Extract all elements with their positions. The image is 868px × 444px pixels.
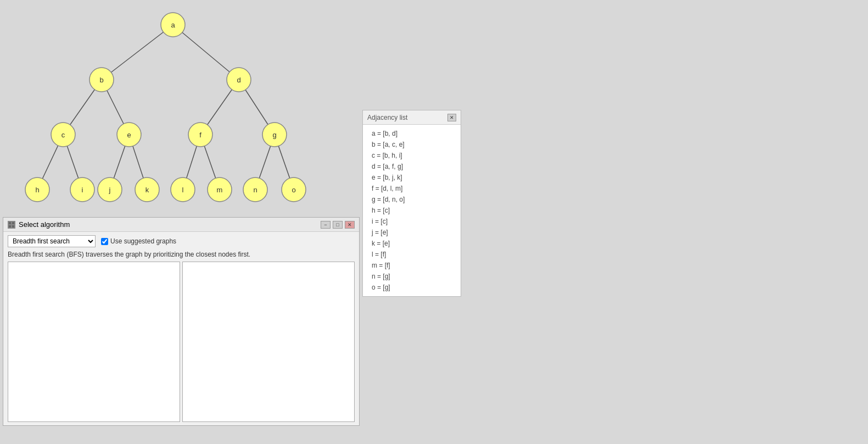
edge-a-b — [102, 25, 173, 80]
algorithm-dialog-title: Select algorithm — [19, 220, 70, 229]
tree-node-o[interactable]: o — [282, 177, 306, 202]
tree-node-j[interactable]: j — [98, 177, 122, 202]
algorithm-dropdown[interactable]: Breadth first searchDepth first searchDi… — [8, 235, 96, 247]
svg-text:m: m — [217, 186, 223, 194]
adjacency-close-button[interactable]: ✕ — [447, 114, 456, 121]
adj-list-item: d = [a, f, g] — [363, 161, 461, 172]
algorithm-panel-right — [182, 262, 355, 422]
adj-list-item: g = [d, n, o] — [363, 194, 461, 205]
adj-list-item: a = [b, d] — [363, 128, 461, 139]
algorithm-title-icon — [8, 221, 15, 229]
adj-list-item: m = [f] — [363, 260, 461, 271]
svg-text:n: n — [253, 186, 257, 194]
use-suggested-text: Use suggested graphs — [110, 237, 176, 245]
edge-a-d — [173, 25, 239, 80]
minimize-button[interactable]: − — [321, 221, 331, 229]
adjacency-list-panel: Adjacency list ✕ a = [b, d]b = [a, c, e]… — [362, 110, 461, 297]
svg-rect-30 — [9, 222, 11, 224]
tree-node-k[interactable]: k — [135, 177, 159, 202]
tree-node-e[interactable]: e — [117, 123, 141, 147]
maximize-button[interactable]: □ — [333, 221, 343, 229]
svg-rect-31 — [12, 222, 14, 224]
svg-text:e: e — [127, 131, 131, 139]
algorithm-dialog: Select algorithm − □ ✕ Breadth first sea… — [3, 217, 360, 426]
svg-text:i: i — [82, 186, 83, 194]
tree-node-n[interactable]: n — [243, 177, 267, 202]
algorithm-description: Breadth first search (BFS) traverses the… — [8, 251, 355, 258]
svg-text:h: h — [35, 186, 39, 194]
adj-list-item: n = [g] — [363, 271, 461, 282]
tree-node-f[interactable]: f — [188, 123, 212, 147]
adjacency-panel-titlebar: Adjacency list ✕ — [363, 110, 461, 125]
svg-text:o: o — [292, 186, 295, 194]
tree-node-h[interactable]: h — [25, 177, 49, 202]
tree-node-d[interactable]: d — [227, 68, 251, 92]
adj-list-item: i = [c] — [363, 216, 461, 227]
tree-node-l[interactable]: l — [171, 177, 195, 202]
algorithm-dialog-titlebar: Select algorithm − □ ✕ — [3, 218, 359, 232]
algorithm-dialog-body: Breadth first searchDepth first searchDi… — [3, 232, 359, 425]
svg-text:b: b — [99, 76, 103, 84]
adj-list-item: e = [b, j, k] — [363, 172, 461, 183]
tree-node-i[interactable]: i — [70, 177, 94, 202]
algorithm-selection-row: Breadth first searchDepth first searchDi… — [8, 235, 355, 247]
svg-text:l: l — [182, 186, 184, 194]
tree-node-c[interactable]: c — [51, 123, 75, 147]
algorithm-dialog-title-left: Select algorithm — [8, 220, 70, 229]
use-suggested-checkbox[interactable] — [101, 238, 108, 245]
close-button[interactable]: ✕ — [345, 221, 355, 229]
adj-list-item: f = [d, l, m] — [363, 183, 461, 194]
use-suggested-label: Use suggested graphs — [101, 237, 176, 245]
algorithm-dialog-controls: − □ ✕ — [321, 221, 355, 229]
tree-visualization: abdcefghijklmno — [0, 0, 362, 220]
svg-text:k: k — [145, 186, 149, 194]
adj-list-item: j = [e] — [363, 227, 461, 238]
tree-node-g[interactable]: g — [262, 123, 287, 147]
svg-text:c: c — [61, 131, 65, 139]
tree-node-m[interactable]: m — [208, 177, 232, 202]
svg-rect-32 — [9, 225, 11, 227]
algorithm-panels — [8, 262, 355, 422]
svg-text:a: a — [171, 21, 175, 29]
svg-rect-33 — [12, 225, 14, 227]
svg-text:d: d — [237, 76, 240, 84]
adj-list-item: k = [e] — [363, 238, 461, 249]
adj-list-item: b = [a, c, e] — [363, 139, 461, 150]
adjacency-panel-title: Adjacency list — [367, 114, 407, 121]
svg-text:f: f — [199, 131, 201, 139]
algorithm-panel-left — [8, 262, 180, 422]
adj-list-item: l = [f] — [363, 249, 461, 260]
svg-text:g: g — [272, 131, 276, 139]
tree-node-a[interactable]: a — [161, 13, 185, 37]
adjacency-list: a = [b, d]b = [a, c, e]c = [b, h, i]d = … — [363, 125, 461, 296]
adj-list-item: o = [g] — [363, 282, 461, 293]
adj-list-item: c = [b, h, i] — [363, 150, 461, 161]
tree-node-b[interactable]: b — [89, 68, 114, 92]
svg-text:j: j — [109, 186, 111, 194]
adj-list-item: h = [c] — [363, 205, 461, 216]
